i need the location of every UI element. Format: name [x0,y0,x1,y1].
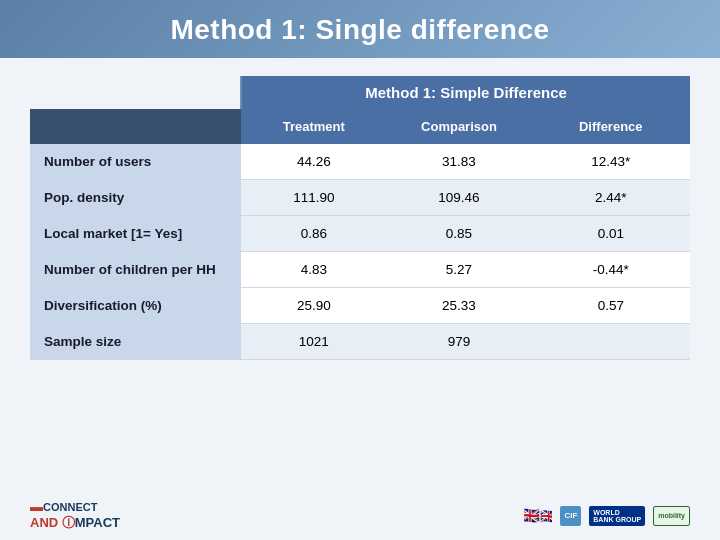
table-row: Pop. density111.90109.462.44* [30,180,690,216]
comparison-header: Comparison [386,109,531,144]
difference-value: 0.57 [532,288,690,324]
table-row: Diversification (%)25.9025.330.57 [30,288,690,324]
mobility-badge: mobility [653,506,690,526]
comparison-value: 25.33 [386,288,531,324]
row-label: Local market [1= Yes] [30,216,241,252]
column-headers-row: Treatment Comparison Difference [30,109,690,144]
treatment-value: 1021 [241,324,386,360]
comparison-value: 0.85 [386,216,531,252]
treatment-value: 25.90 [241,288,386,324]
comparison-value: 979 [386,324,531,360]
difference-header: Difference [532,109,690,144]
row-label: Number of users [30,144,241,180]
difference-value [532,324,690,360]
data-table: Method 1: Simple Difference Treatment Co… [30,76,690,360]
footer-badges: 🇬🇧 CIF WORLDBANK GROUP mobility [524,506,690,526]
cif-badge: CIF [560,506,581,526]
footer: ▬CONNECT AND ⒾMPACT 🇬🇧 CIF WORLDBANK GRO… [0,494,720,540]
treatment-header: Treatment [241,109,386,144]
empty-cell-top [30,76,241,109]
content-area: Method 1: Simple Difference Treatment Co… [0,58,720,494]
table-container: Method 1: Simple Difference Treatment Co… [30,76,690,480]
page: Method 1: Single difference Method 1: Si… [0,0,720,540]
table-row: Sample size1021979 [30,324,690,360]
method-header-row: Method 1: Simple Difference [30,76,690,109]
table-row: Number of users44.2631.8312.43* [30,144,690,180]
treatment-value: 44.26 [241,144,386,180]
row-label: Sample size [30,324,241,360]
row-label: Number of children per HH [30,252,241,288]
comparison-value: 109.46 [386,180,531,216]
table-row: Local market [1= Yes]0.860.850.01 [30,216,690,252]
treatment-value: 4.83 [241,252,386,288]
worldbank-badge: WORLDBANK GROUP [589,506,645,526]
row-label-header [30,109,241,144]
comparison-value: 5.27 [386,252,531,288]
table-row: Number of children per HH4.835.27-0.44* [30,252,690,288]
uk-badge: 🇬🇧 [524,506,552,526]
logo-impact: AND ⒾMPACT [30,514,120,532]
row-label: Pop. density [30,180,241,216]
row-label: Diversification (%) [30,288,241,324]
comparison-value: 31.83 [386,144,531,180]
method-header: Method 1: Simple Difference [241,76,690,109]
difference-value: 0.01 [532,216,690,252]
logo-connect: ▬CONNECT [30,500,120,514]
treatment-value: 0.86 [241,216,386,252]
page-title: Method 1: Single difference [170,14,549,46]
treatment-value: 111.90 [241,180,386,216]
difference-value: -0.44* [532,252,690,288]
footer-logo: ▬CONNECT AND ⒾMPACT [30,500,120,532]
difference-value: 12.43* [532,144,690,180]
difference-value: 2.44* [532,180,690,216]
header: Method 1: Single difference [0,0,720,58]
